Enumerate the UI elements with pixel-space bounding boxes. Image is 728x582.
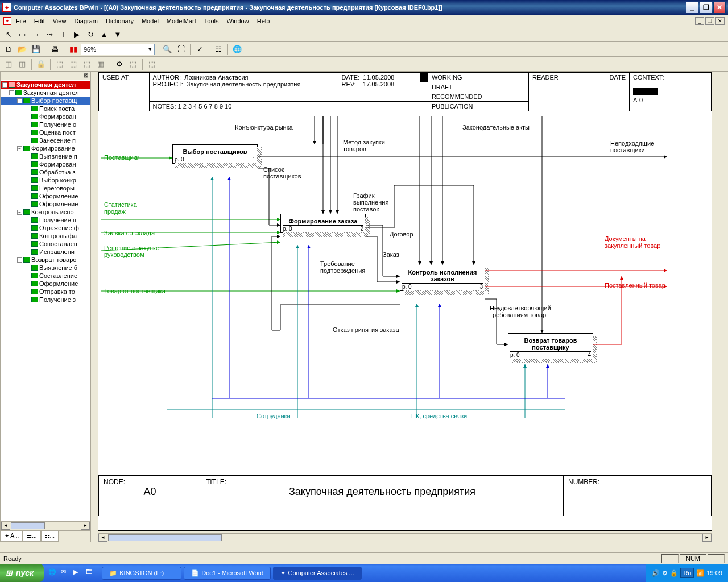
tool-globe[interactable]: 🌐 bbox=[231, 43, 243, 56]
tool-spellcheck[interactable]: ✓ bbox=[193, 43, 206, 56]
tool-open[interactable]: 📂 bbox=[16, 43, 28, 56]
maximize-button[interactable]: ❐ bbox=[700, 2, 712, 13]
tree-item[interactable]: Контроль фа bbox=[1, 232, 90, 240]
tree-item[interactable]: Оформление bbox=[1, 192, 90, 200]
tree-item[interactable]: Переговоры bbox=[1, 184, 90, 192]
tree-item[interactable]: Получение з bbox=[1, 296, 90, 304]
tool-down[interactable]: ▼ bbox=[111, 28, 124, 41]
tool-arrow[interactable]: → bbox=[30, 28, 42, 41]
tool-play[interactable]: ▶ bbox=[71, 28, 83, 41]
tree-item[interactable]: Поиск поста bbox=[1, 105, 90, 113]
tree-item[interactable]: Выбор конкр bbox=[1, 176, 90, 184]
tree-item[interactable]: − Закупочная деятел bbox=[1, 89, 90, 97]
side-tab-activities[interactable]: ✦ A... bbox=[1, 531, 23, 542]
tree-item[interactable]: Отправка то bbox=[1, 288, 90, 296]
mm-8[interactable]: ⬚ bbox=[146, 58, 158, 70]
task-word[interactable]: 📄 Doc1 - Microsoft Word bbox=[184, 567, 271, 580]
tree-item[interactable]: Формирован bbox=[1, 160, 90, 168]
diagram-canvas[interactable]: USED AT: AUTHOR: Ложникова Анастасия PRO… bbox=[98, 72, 712, 531]
tree-item[interactable]: Исправлени bbox=[1, 248, 90, 256]
menu-window[interactable]: Window bbox=[224, 16, 253, 26]
tool-model-explorer[interactable]: ☷ bbox=[212, 43, 225, 56]
tool-report[interactable]: ▮▮ bbox=[67, 43, 80, 56]
tray-4[interactable]: 📶 bbox=[696, 569, 704, 577]
tool-text[interactable]: T bbox=[57, 28, 69, 41]
window-title: Computer Associates BPwin - [(A0) Закупо… bbox=[14, 4, 442, 11]
mm-6[interactable]: ⚙ bbox=[113, 58, 126, 70]
ql-ie[interactable]: 🌐 bbox=[48, 568, 57, 577]
ql-desktop[interactable]: 🗔 bbox=[86, 568, 95, 577]
lbl-metod: Метод закупки товаров bbox=[343, 139, 400, 152]
mm-2[interactable]: ◫ bbox=[16, 58, 28, 70]
zoom-combo[interactable]: 96%▾ bbox=[81, 44, 155, 55]
mm-lock[interactable]: 🔒 bbox=[35, 58, 47, 70]
tool-new[interactable]: 🗋 bbox=[2, 43, 15, 56]
mdi-restore[interactable]: ❐ bbox=[705, 17, 714, 25]
close-button[interactable]: ✕ bbox=[713, 2, 726, 13]
mdi-minimize[interactable]: _ bbox=[695, 17, 704, 25]
tree-item[interactable]: − Возврат товаро bbox=[1, 256, 90, 264]
menu-tools[interactable]: Tools bbox=[201, 16, 222, 26]
tool-refresh[interactable]: ↻ bbox=[84, 28, 97, 41]
mm-5[interactable]: ⬚ bbox=[81, 58, 93, 70]
tool-activity[interactable]: ▭ bbox=[16, 28, 28, 41]
mm-3[interactable]: ⬚ bbox=[53, 58, 66, 70]
tree-item[interactable]: Оформление bbox=[1, 200, 90, 208]
tree-item[interactable]: Выявление п bbox=[1, 152, 90, 160]
mm-grid[interactable]: ▦ bbox=[94, 58, 107, 70]
tree-item[interactable]: Составление bbox=[1, 272, 90, 280]
activity-4[interactable]: Возврат товаров поставщику р. 04 bbox=[508, 333, 593, 359]
activity-1[interactable]: Выбор поставщиков р. 01 bbox=[172, 144, 258, 164]
menu-model[interactable]: Model bbox=[138, 16, 162, 26]
tool-save[interactable]: 💾 bbox=[30, 43, 42, 56]
start-button[interactable]: ⊞пуск bbox=[0, 564, 44, 582]
tree-item[interactable]: Оценка пост bbox=[1, 128, 90, 136]
tool-zoomfit[interactable]: ⛶ bbox=[175, 43, 187, 56]
menu-file[interactable]: File bbox=[13, 16, 30, 26]
menu-diagram[interactable]: Diagram bbox=[71, 16, 101, 26]
side-tab-diagrams[interactable]: ☰... bbox=[23, 531, 40, 542]
menu-modelmart[interactable]: ModelMart bbox=[163, 16, 200, 26]
mm-4[interactable]: ⬚ bbox=[67, 58, 80, 70]
mm-1[interactable]: ◫ bbox=[2, 58, 15, 70]
tree-item[interactable]: Оформление bbox=[1, 280, 90, 288]
activity-2[interactable]: Формирование заказа р. 02 bbox=[280, 214, 366, 233]
task-kingston[interactable]: 📁 KINGSTON (E:) bbox=[102, 567, 181, 580]
tree-hscroll[interactable]: ◄► bbox=[1, 521, 90, 530]
mm-7[interactable]: ⬚ bbox=[127, 58, 139, 70]
tool-zoomin[interactable]: 🔍 bbox=[161, 43, 173, 56]
tree-item[interactable]: Получение о bbox=[1, 120, 90, 128]
side-tab-objects[interactable]: ☷... bbox=[41, 531, 59, 542]
tool-print[interactable]: 🖶 bbox=[48, 43, 61, 56]
tree-item[interactable]: − Контроль испо bbox=[1, 208, 90, 216]
tray-3[interactable]: 🔒 bbox=[670, 569, 678, 577]
explorer-close[interactable]: ⊠ bbox=[1, 72, 90, 80]
ql-mail[interactable]: ✉ bbox=[61, 568, 70, 577]
ql-media[interactable]: ▶ bbox=[73, 568, 82, 577]
tree-item[interactable]: Выявление б bbox=[1, 264, 90, 272]
tool-pointer[interactable]: ↖ bbox=[2, 28, 15, 41]
tree-item[interactable]: Получение п bbox=[1, 216, 90, 224]
tree-item[interactable]: Формирован bbox=[1, 113, 90, 120]
tree-item[interactable]: Отражение ф bbox=[1, 224, 90, 232]
tool-squiggle[interactable]: ⤳ bbox=[43, 28, 56, 41]
minimize-button[interactable]: _ bbox=[686, 2, 698, 13]
model-tree[interactable]: − Закупочная деятел− Закупочная деятел− … bbox=[1, 80, 90, 521]
tree-item[interactable]: − Выбор поставщ bbox=[1, 97, 90, 105]
tree-item[interactable]: − Формирование bbox=[1, 144, 90, 152]
canvas-hscroll[interactable]: ◄► bbox=[98, 533, 712, 542]
task-bpwin[interactable]: ✦ Computer Associates ... bbox=[273, 567, 361, 580]
tray-2[interactable]: ⚙ bbox=[662, 569, 668, 577]
tree-item[interactable]: Занесение п bbox=[1, 136, 90, 144]
activity-3[interactable]: Контроль исполнения заказов р. 03 bbox=[400, 265, 485, 291]
tray-1[interactable]: 🔊 bbox=[652, 569, 660, 577]
menu-help[interactable]: Help bbox=[254, 16, 274, 26]
tree-item[interactable]: Обработка з bbox=[1, 168, 90, 176]
menu-view[interactable]: View bbox=[49, 16, 70, 26]
menu-dictionary[interactable]: Dictionary bbox=[102, 16, 137, 26]
menu-edit[interactable]: Edit bbox=[31, 16, 48, 26]
tool-up[interactable]: ▲ bbox=[98, 28, 110, 41]
tray-lang[interactable]: Ru bbox=[680, 568, 694, 578]
tree-item[interactable]: Сопоставлен bbox=[1, 240, 90, 248]
mdi-close[interactable]: ✕ bbox=[715, 17, 725, 25]
